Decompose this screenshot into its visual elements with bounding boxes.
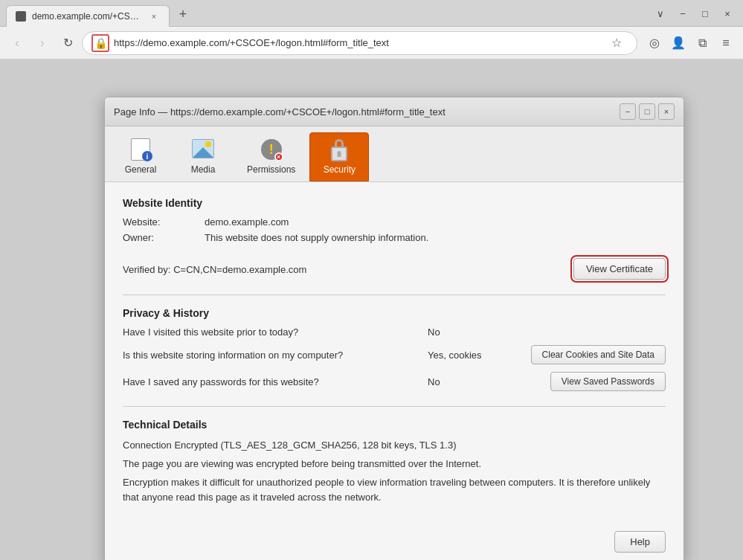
- section-divider-2: [123, 406, 666, 407]
- permissions-icon: ! ×: [260, 138, 283, 161]
- view-certificate-button[interactable]: View Certificate: [573, 258, 666, 280]
- section-divider-1: [123, 295, 666, 295]
- identity-row-owner: Owner: This website does not supply owne…: [123, 232, 666, 243]
- browser-content: Page Info — https://demo.example.com/+CS…: [0, 59, 743, 560]
- security-icon: [327, 138, 351, 161]
- tab-permissions[interactable]: ! × Permissions: [236, 132, 306, 181]
- tab-media[interactable]: Media: [173, 132, 233, 181]
- new-tab-button[interactable]: +: [173, 4, 193, 25]
- tab-favicon-icon: [16, 11, 26, 22]
- tab-general[interactable]: i General: [111, 132, 170, 181]
- refresh-button[interactable]: ↻: [57, 32, 79, 54]
- dialog-close-button[interactable]: ×: [658, 103, 675, 120]
- tab-bar-controls: ∨ − □ ×: [651, 4, 737, 23]
- nav-bar: ‹ › ↻ 🔒 ☆ ◎ 👤 ⧉ ≡: [0, 27, 743, 59]
- tab-close-button[interactable]: ×: [148, 10, 160, 22]
- dialog-title-bar: Page Info — https://demo.example.com/+CS…: [105, 97, 684, 126]
- tech-details-title: Technical Details: [123, 419, 666, 431]
- account-button[interactable]: 👤: [667, 32, 689, 54]
- website-label: Website:: [123, 216, 205, 228]
- address-input[interactable]: [114, 37, 601, 48]
- browser-frame: demo.example.com/+CSCOE × + ∨ − □ × ‹ › …: [0, 0, 743, 560]
- privacy-question-1: Is this website storing information on m…: [123, 350, 428, 361]
- verified-by-label: Verified by:: [123, 264, 170, 275]
- help-button[interactable]: Help: [614, 531, 666, 553]
- privacy-row-1: Is this website storing information on m…: [123, 345, 666, 364]
- bookmark-button[interactable]: ☆: [605, 32, 628, 54]
- media-mountain-icon: [193, 147, 213, 158]
- privacy-question-2: Have I saved any passwords for this webs…: [123, 376, 428, 387]
- privacy-question-0: Have I visited this website prior to tod…: [123, 326, 428, 338]
- media-icon: [191, 138, 215, 161]
- page-info-dialog: Page Info — https://demo.example.com/+CS…: [104, 97, 684, 560]
- tech-line-0: Connection Encrypted (TLS_AES_128_GCM_SH…: [123, 438, 666, 454]
- permissions-alert-icon: ×: [274, 152, 283, 161]
- identity-row-website: Website: demo.example.com: [123, 216, 666, 228]
- menu-button[interactable]: ≡: [715, 32, 737, 54]
- technical-details: Technical Details Connection Encrypted (…: [123, 419, 666, 506]
- privacy-action-1: Clear Cookies and Site Data: [502, 345, 666, 364]
- pocket-button[interactable]: ◎: [643, 32, 666, 54]
- dialog-content: Website Identity Website: demo.example.c…: [105, 182, 684, 524]
- window-close-button[interactable]: ×: [718, 4, 737, 23]
- media-sun-icon: [205, 141, 211, 147]
- window-down-button[interactable]: ∨: [651, 4, 670, 23]
- dialog-minimize-button[interactable]: −: [620, 103, 636, 120]
- tech-line-2: Encryption makes it difficult for unauth…: [123, 475, 666, 506]
- tab-bar: demo.example.com/+CSCOE × + ∨ − □ ×: [0, 0, 743, 27]
- dialog-tabs: i General Media: [105, 126, 684, 182]
- privacy-table: Have I visited this website prior to tod…: [123, 326, 666, 391]
- window-minimize-button[interactable]: −: [673, 4, 692, 23]
- general-icon: i: [129, 138, 152, 161]
- website-identity-title: Website Identity: [123, 197, 666, 209]
- owner-label: Owner:: [123, 232, 205, 243]
- lock-keyhole-icon: [338, 151, 341, 157]
- address-bar[interactable]: 🔒 ☆: [82, 31, 637, 55]
- cert-row: Verified by: C=CN,CN=demo.example.com Vi…: [123, 258, 666, 280]
- extensions-button[interactable]: ⧉: [691, 32, 713, 54]
- cert-label-block: Verified by: C=CN,CN=demo.example.com: [123, 263, 573, 275]
- lock-body-icon: [331, 147, 347, 161]
- forward-button[interactable]: ›: [31, 32, 54, 54]
- tab-media-label: Media: [191, 164, 216, 175]
- tab-security[interactable]: Security: [309, 132, 369, 181]
- tab-security-label: Security: [324, 164, 356, 175]
- dialog-footer: Help: [105, 524, 684, 560]
- lock-icon: 🔒: [91, 34, 109, 52]
- general-info-icon: i: [142, 151, 152, 161]
- browser-tab[interactable]: demo.example.com/+CSCOE ×: [6, 5, 170, 27]
- nav-right-icons: ◎ 👤 ⧉ ≡: [643, 32, 737, 54]
- clear-cookies-button[interactable]: Clear Cookies and Site Data: [531, 345, 666, 364]
- tech-line-1: The page you are viewing was encrypted b…: [123, 457, 666, 472]
- privacy-action-2: View Saved Passwords: [502, 372, 666, 391]
- tab-general-label: General: [125, 164, 157, 175]
- identity-table: Website: demo.example.com Owner: This we…: [123, 216, 666, 243]
- privacy-row-0: Have I visited this website prior to tod…: [123, 326, 666, 338]
- back-button[interactable]: ‹: [6, 32, 28, 54]
- verified-by-value: C=CN,CN=demo.example.com: [173, 264, 306, 275]
- media-landscape-icon: [192, 139, 214, 158]
- website-value: demo.example.com: [205, 216, 289, 228]
- tab-title: demo.example.com/+CSCOE: [32, 11, 142, 22]
- privacy-row-2: Have I saved any passwords for this webs…: [123, 372, 666, 391]
- view-saved-passwords-button[interactable]: View Saved Passwords: [550, 372, 666, 391]
- dialog-window-buttons: − □ ×: [620, 103, 675, 120]
- privacy-answer-1: Yes, cookies: [428, 350, 502, 361]
- dialog-maximize-button[interactable]: □: [639, 103, 655, 120]
- tab-permissions-label: Permissions: [247, 164, 295, 175]
- owner-value: This website does not supply ownership i…: [205, 232, 428, 243]
- privacy-answer-0: No: [428, 326, 502, 338]
- window-maximize-button[interactable]: □: [695, 4, 715, 23]
- privacy-answer-2: No: [428, 376, 502, 387]
- dialog-title: Page Info — https://demo.example.com/+CS…: [114, 106, 446, 118]
- privacy-history-title: Privacy & History: [123, 307, 666, 319]
